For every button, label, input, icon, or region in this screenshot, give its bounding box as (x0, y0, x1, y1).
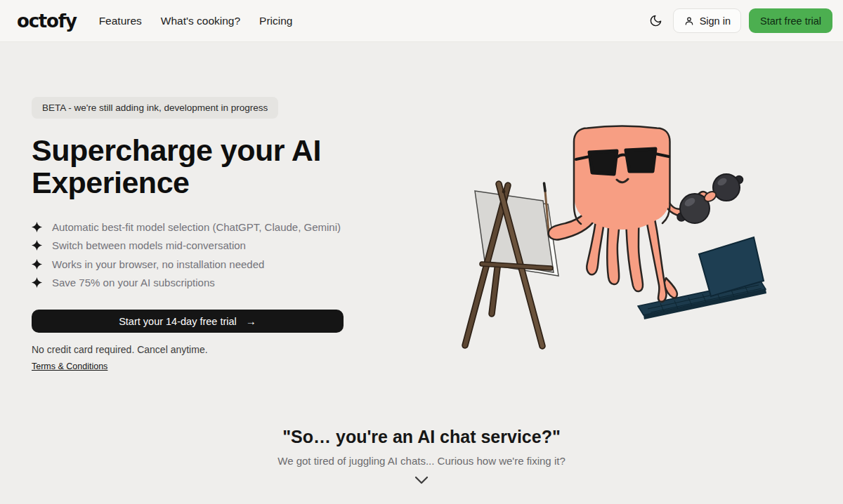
header: octofy Features What's cooking? Pricing … (0, 0, 843, 42)
nav-item-features[interactable]: Features (99, 15, 142, 27)
quote-subtitle: We got tired of juggling AI chats... Cur… (0, 455, 843, 467)
arrow-right-icon: → (246, 316, 256, 326)
sparkle-icon (32, 277, 42, 288)
dumbbell-icon (677, 174, 743, 223)
hero-section: BETA - we're still adding ink, developme… (32, 97, 439, 372)
feature-item: Automatic best-fit model selection (Chat… (32, 218, 439, 237)
feature-item: Switch between models mid-conversation (32, 237, 439, 256)
cta-start-trial-button[interactable]: Start your 14-day free trial → (32, 310, 344, 333)
terms-link[interactable]: Terms & Conditions (32, 362, 107, 371)
start-free-trial-button[interactable]: Start free trial (749, 8, 832, 33)
beta-badge: BETA - we're still adding ink, developme… (32, 97, 278, 119)
sparkle-icon (32, 222, 42, 232)
feature-item: Save 75% on your AI subscriptions (32, 274, 439, 293)
hero-title: Supercharge your AIExperience (32, 134, 439, 199)
feature-text: Switch between models mid-conversation (52, 239, 246, 251)
sign-in-label: Sign in (700, 15, 731, 27)
quote-heading: "So… you're an AI chat service?" (0, 427, 843, 447)
cta-label: Start your 14-day free trial (119, 316, 237, 327)
hero-title-line2: Experience (32, 166, 189, 199)
octopus-illustration (450, 112, 773, 358)
sparkle-icon (32, 240, 42, 251)
feature-text: Automatic best-fit model selection (Chat… (52, 221, 341, 233)
easel (465, 184, 558, 346)
hero-title-line1: Supercharge your AI (32, 133, 321, 167)
theme-toggle-button[interactable] (646, 11, 665, 30)
feature-list: Automatic best-fit model selection (Chat… (32, 218, 439, 292)
quote-section: "So… you're an AI chat service?" We got … (0, 427, 843, 484)
nav-item-pricing[interactable]: Pricing (259, 15, 292, 27)
logo[interactable]: octofy (17, 11, 77, 32)
moon-icon (649, 14, 662, 27)
fine-print: No credit card required. Cancel anytime. (32, 344, 439, 355)
landing-page: octofy Features What's cooking? Pricing … (0, 0, 843, 504)
feature-text: Works in your browser, no installation n… (52, 258, 264, 270)
header-actions: Sign in Start free trial (646, 8, 832, 33)
sparkle-icon (32, 259, 42, 270)
main-nav: Features What's cooking? Pricing (99, 15, 293, 27)
user-icon (684, 15, 695, 27)
octopus-head (574, 126, 670, 230)
sign-in-button[interactable]: Sign in (673, 8, 741, 33)
feature-item: Works in your browser, no installation n… (32, 255, 439, 274)
chevron-down-icon[interactable] (0, 476, 843, 484)
nav-item-whats-cooking[interactable]: What's cooking? (161, 15, 240, 27)
feature-text: Save 75% on your AI subscriptions (52, 277, 215, 289)
